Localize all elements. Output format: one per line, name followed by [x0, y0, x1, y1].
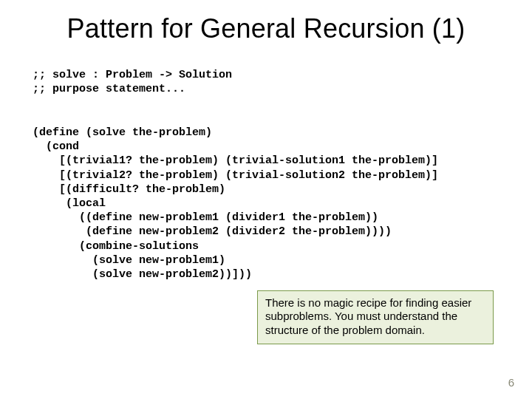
- code-block: (define (solve the-problem) (cond [(triv…: [33, 126, 438, 282]
- page-number: 6: [508, 376, 514, 389]
- slide: Pattern for General Recursion (1) ;; sol…: [0, 0, 532, 399]
- slide-title: Pattern for General Recursion (1): [0, 13, 532, 44]
- callout-box: There is no magic recipe for finding eas…: [257, 290, 494, 344]
- signature-block: ;; solve : Problem -> Solution ;; purpos…: [33, 68, 232, 96]
